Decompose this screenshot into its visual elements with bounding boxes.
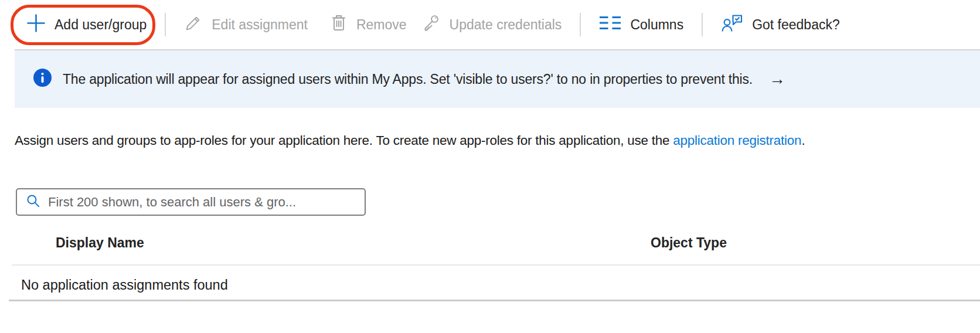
plus-icon — [26, 13, 46, 36]
toolbar-item-label: Update credentials — [450, 17, 562, 33]
remove-button[interactable]: Remove — [330, 13, 407, 36]
edit-assignment-button[interactable]: Edit assignment — [184, 13, 308, 36]
header-divider — [12, 264, 980, 266]
users-and-groups-blade: Add user/group Edit assignment Remove Up… — [0, 0, 980, 333]
banner-message: The application will appear for assigned… — [63, 72, 753, 87]
toolbar-item-label: Edit assignment — [212, 17, 308, 33]
column-header-object-type: Object Type — [651, 235, 727, 251]
search-input[interactable] — [48, 195, 358, 210]
key-icon — [422, 13, 441, 36]
columns-icon — [599, 15, 621, 34]
trash-icon — [330, 13, 348, 36]
search-box[interactable] — [16, 188, 366, 216]
toolbar-item-label: Remove — [356, 17, 407, 33]
toolbar-divider — [165, 13, 166, 36]
toolbar-item-label: Columns — [630, 17, 683, 33]
info-banner: The application will appear for assigned… — [15, 49, 980, 108]
toolbar-divider — [702, 13, 703, 36]
toolbar-item-label: Add user/group — [55, 17, 147, 33]
empty-state-message: No application assignments found — [21, 277, 228, 293]
search-icon — [26, 193, 40, 210]
description-text: Assign users and groups to app-roles for… — [15, 133, 673, 148]
arrow-right-icon[interactable]: → — [769, 71, 785, 87]
column-header-display-name: Display Name — [56, 235, 144, 251]
columns-button[interactable]: Columns — [599, 15, 683, 34]
row-divider — [9, 300, 980, 301]
got-feedback-button[interactable]: Got feedback? — [721, 13, 840, 36]
application-registration-link[interactable]: application registration — [673, 133, 801, 148]
add-user-group-button[interactable]: Add user/group — [26, 13, 147, 36]
toolbar-divider — [580, 13, 581, 36]
pencil-icon — [184, 13, 203, 36]
description-period: . — [801, 133, 805, 148]
update-credentials-button[interactable]: Update credentials — [422, 13, 562, 36]
feedback-icon — [721, 13, 743, 36]
assign-description: Assign users and groups to app-roles for… — [15, 133, 805, 148]
toolbar-item-label: Got feedback? — [752, 17, 840, 33]
info-icon — [33, 69, 52, 90]
command-bar: Add user/group Edit assignment Remove Up… — [0, 0, 980, 49]
